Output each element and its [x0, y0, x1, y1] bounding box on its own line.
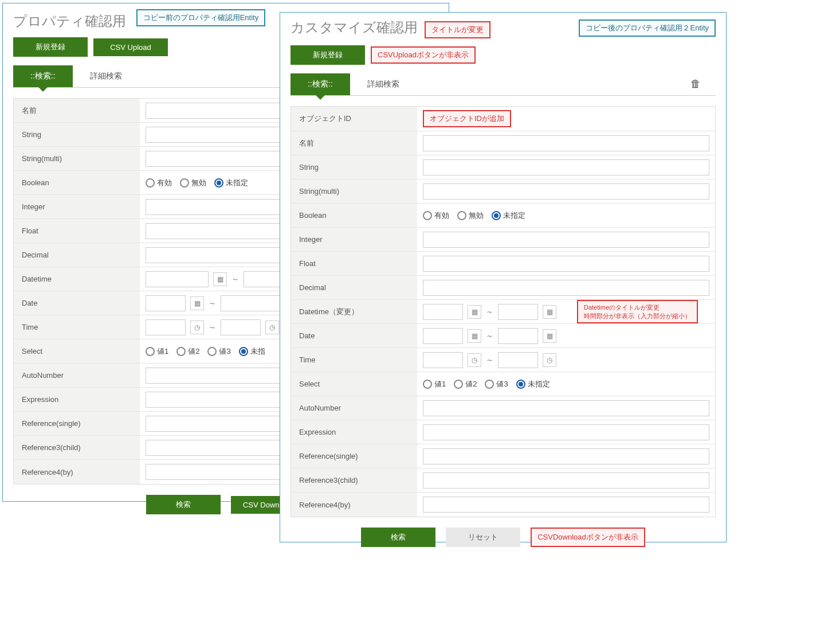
label-date: Date [291, 324, 417, 347]
boolean-valid-radio[interactable]: 有効 [146, 178, 172, 188]
label-datetime: Datetime [14, 267, 140, 291]
label-autonumber: AutoNumber [291, 396, 417, 420]
label-ref3-child: Reference3(child) [291, 468, 417, 492]
boolean-unspecified-radio[interactable]: 未指定 [492, 210, 525, 221]
object-id-added-note: オブジェクトIDが追加 [423, 110, 511, 127]
label-autonumber: AutoNumber [14, 364, 140, 387]
date-from-input[interactable] [423, 328, 463, 344]
clock-icon[interactable]: ◷ [265, 321, 279, 334]
boolean-valid-radio[interactable]: 有効 [423, 210, 449, 221]
new-register-button[interactable]: 新規登録 [291, 45, 365, 65]
calendar-icon[interactable]: ▦ [213, 272, 227, 286]
string-input[interactable] [423, 159, 709, 175]
integer-input[interactable] [423, 232, 709, 248]
page-title: プロパティ確認用 [13, 12, 126, 30]
date-to-input[interactable] [498, 328, 538, 344]
label-ref4-by: Reference4(by) [14, 460, 140, 484]
name-input[interactable] [423, 135, 709, 151]
select-v1-radio[interactable]: 値1 [146, 346, 168, 357]
entity-note-after: コピー後のプロパティ確認用２Entity [579, 19, 716, 37]
label-decimal: Decimal [291, 276, 417, 299]
calendar-icon[interactable]: ▦ [543, 305, 556, 319]
label-expression: Expression [14, 388, 140, 411]
float-input[interactable] [423, 256, 709, 272]
ref4-by-input[interactable] [423, 497, 709, 513]
clock-icon[interactable]: ◷ [468, 353, 481, 367]
date-to-input[interactable] [221, 295, 284, 311]
search-button[interactable]: 検索 [361, 528, 435, 547]
expression-input[interactable] [423, 424, 709, 440]
panel-after: カスタマイズ確認用 タイトルが変更 コピー後のプロパティ確認用２Entity 新… [280, 12, 727, 542]
label-ref-single: Reference(single) [14, 412, 140, 435]
datetime-changed-note: Datetimeのタイトルが変更 時間部分が非表示（入力部分が縮小） [577, 300, 698, 323]
ref-single-input[interactable] [423, 448, 709, 464]
search-form: オブジェクトID オブジェクトIDが追加 名前 String String(mu… [291, 106, 716, 517]
range-separator: ～ [231, 274, 239, 284]
select-v3-radio[interactable]: 値3 [207, 346, 230, 357]
select-v1-radio[interactable]: 値1 [423, 379, 446, 389]
select-unspecified-radio[interactable]: 未指 [239, 346, 265, 357]
label-ref4-by: Reference4(by) [291, 493, 417, 517]
trash-icon[interactable]: 🗑 [686, 73, 705, 95]
tab-search[interactable]: ::検索:: [13, 65, 73, 87]
decimal-input[interactable] [423, 280, 709, 296]
calendar-icon[interactable]: ▦ [543, 329, 556, 343]
boolean-invalid-radio[interactable]: 無効 [457, 210, 484, 221]
label-string-multi: String(multi) [291, 179, 417, 203]
label-select: Select [14, 339, 140, 363]
boolean-invalid-radio[interactable]: 無効 [180, 178, 206, 188]
select-v2-radio[interactable]: 値2 [454, 379, 477, 389]
calendar-icon[interactable]: ▦ [190, 296, 204, 310]
calendar-icon[interactable]: ▦ [468, 329, 481, 343]
csv-download-hidden-note: CSVDownloadボタンが非表示 [531, 528, 645, 547]
search-button[interactable]: 検索 [146, 495, 221, 514]
entity-note-before: コピー前のプロパティ確認用Entity [136, 9, 266, 26]
label-time: Time [14, 315, 140, 339]
time-to-input[interactable] [221, 319, 261, 335]
title-changed-note: タイトルが変更 [425, 21, 490, 38]
time-from-input[interactable] [423, 352, 463, 368]
label-ref3-child: Reference3(child) [14, 436, 140, 459]
clock-icon[interactable]: ◷ [190, 321, 204, 334]
tab-advanced-search[interactable]: 詳細検索 [350, 73, 417, 95]
label-name: 名前 [14, 99, 140, 122]
datetime-to-input[interactable] [498, 304, 538, 320]
date-from-input[interactable] [146, 295, 186, 311]
label-integer: Integer [291, 228, 417, 251]
datetime-to-input[interactable] [244, 271, 284, 287]
calendar-icon[interactable]: ▦ [468, 305, 481, 319]
label-string: String [14, 123, 140, 146]
select-v3-radio[interactable]: 値3 [485, 379, 508, 389]
select-unspecified-radio[interactable]: 未指定 [516, 379, 550, 389]
select-v2-radio[interactable]: 値2 [176, 346, 199, 357]
boolean-unspecified-radio[interactable]: 未指定 [214, 178, 248, 188]
autonumber-input[interactable] [423, 400, 709, 416]
new-register-button[interactable]: 新規登録 [13, 37, 88, 57]
reset-button[interactable]: リセット [446, 528, 520, 547]
label-ref-single: Reference(single) [291, 444, 417, 468]
label-date: Date [14, 291, 140, 315]
label-integer: Integer [14, 195, 140, 218]
label-time: Time [291, 348, 417, 372]
time-to-input[interactable] [498, 352, 538, 368]
label-float: Float [291, 252, 417, 275]
ref3-child-input[interactable] [423, 472, 709, 489]
label-object-id: オブジェクトID [291, 107, 417, 131]
datetime-from-input[interactable] [146, 271, 209, 287]
label-boolean: Boolean [14, 171, 140, 194]
time-from-input[interactable] [146, 319, 186, 335]
page-title: カスタマイズ確認用 [291, 18, 418, 37]
label-decimal: Decimal [14, 243, 140, 267]
datetime-from-input[interactable] [423, 304, 463, 320]
csv-upload-hidden-note: CSVUploadボタンが非表示 [371, 46, 476, 64]
tab-search[interactable]: ::検索:: [291, 73, 350, 95]
label-string: String [291, 155, 417, 179]
clock-icon[interactable]: ◷ [543, 353, 556, 367]
string-multi-input[interactable] [423, 183, 709, 200]
tab-advanced-search[interactable]: 詳細検索 [73, 65, 139, 87]
csv-upload-button[interactable]: CSV Upload [93, 38, 168, 56]
label-float: Float [14, 219, 140, 243]
label-boolean: Boolean [291, 204, 417, 227]
label-datetime: Datetime（変更） [291, 300, 417, 323]
label-name: 名前 [291, 131, 417, 155]
